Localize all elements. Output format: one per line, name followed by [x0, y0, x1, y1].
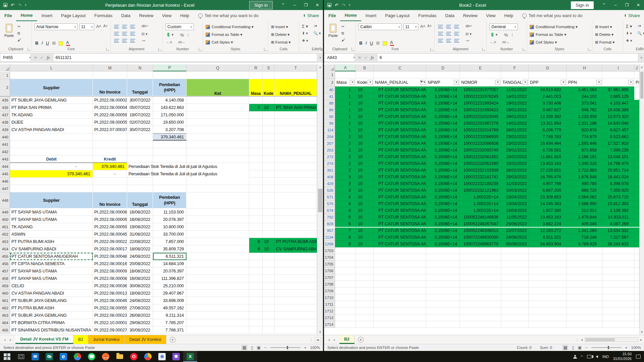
sign-in-button[interactable]: Sign in	[249, 1, 273, 9]
cell[interactable]	[602, 281, 634, 288]
clear-icon[interactable]: ❖ ▾	[302, 39, 308, 43]
cell[interactable]: PT SAYAP MAS UTAMA	[10, 208, 93, 216]
cell[interactable]	[426, 261, 460, 267]
cell[interactable]	[249, 141, 263, 148]
scrollbar-thumb[interactable]	[640, 72, 643, 99]
cell[interactable]	[93, 133, 127, 141]
cell[interactable]	[567, 247, 602, 254]
cell[interactable]: 02/07/2022	[127, 119, 153, 126]
cell[interactable]	[529, 274, 567, 281]
find-select-icon[interactable]: 🔍 ▾	[313, 31, 321, 36]
cell[interactable]: 6.206.779	[529, 127, 567, 133]
cell[interactable]: 2	[335, 147, 356, 154]
cell[interactable]	[249, 178, 263, 185]
row-header-440[interactable]: 440	[0, 133, 10, 141]
cell[interactable]	[263, 312, 275, 319]
cell[interactable]: 100022232086930	[460, 133, 501, 140]
cell[interactable]: 100022232061590	[460, 160, 501, 167]
tab-page-layout[interactable]: Page Layout	[381, 10, 414, 21]
cell[interactable]: PI.2022.08.00002	[93, 97, 127, 104]
cell[interactable]	[634, 86, 639, 93]
cell[interactable]	[356, 281, 374, 288]
filter-header-cell[interactable]: TANGGAL	[501, 78, 529, 86]
zoom-slider[interactable]	[591, 347, 622, 348]
filter-dropdown-icon[interactable]	[454, 80, 459, 85]
cell[interactable]: 16/08/2022	[127, 216, 153, 223]
cell[interactable]	[460, 71, 501, 78]
cell[interactable]	[186, 141, 249, 148]
task-view-icon[interactable]	[14, 351, 28, 362]
cell[interactable]: 1.186.191	[567, 154, 602, 160]
scroll-up-icon[interactable]: ▲	[640, 64, 644, 70]
cell[interactable]: PT SINARMAS DISTRIBUSI NUSANTARA	[10, 326, 93, 334]
cell[interactable]: PT CATUR SENTOSA ANU	[374, 113, 426, 120]
filter-dropdown-icon[interactable]	[350, 80, 355, 85]
row-header-456[interactable]: 456	[0, 260, 10, 267]
cell[interactable]	[501, 321, 529, 328]
row-header-449[interactable]: 449	[0, 208, 10, 216]
cell[interactable]: CV ASTHA PANGAN ABADI	[10, 290, 93, 297]
row-header-443[interactable]: 443	[0, 156, 10, 163]
cell[interactable]	[127, 148, 153, 156]
cell[interactable]: PI.2022.08.00008	[93, 208, 127, 216]
borders-icon[interactable]: ⊞	[52, 41, 56, 46]
column-header-C[interactable]: C	[374, 64, 426, 71]
cell[interactable]: 8	[335, 234, 356, 241]
cell[interactable]	[529, 267, 567, 274]
cell[interactable]: 3.207.708	[153, 126, 186, 133]
cell[interactable]	[263, 141, 275, 148]
percent-style-icon[interactable]: %	[504, 33, 508, 38]
zoom-out-icon[interactable]: −	[264, 346, 267, 350]
cell[interactable]	[127, 72, 153, 79]
cell[interactable]	[263, 267, 275, 275]
cell[interactable]	[263, 97, 275, 104]
cell[interactable]: PT CATUR SENTOSA ANU	[374, 174, 426, 180]
cell[interactable]	[249, 72, 263, 79]
cell[interactable]	[127, 185, 153, 192]
cell[interactable]	[529, 308, 567, 314]
cell[interactable]	[186, 267, 249, 275]
cell[interactable]	[249, 119, 263, 126]
cell[interactable]	[374, 267, 426, 274]
cell[interactable]	[501, 254, 529, 261]
row-header-1704[interactable]: 1704	[324, 254, 335, 261]
tab-insert[interactable]: Insert	[37, 10, 57, 21]
cell[interactable]: 7.786.371	[153, 326, 186, 334]
cell[interactable]: 4.087.269	[602, 221, 634, 227]
cell[interactable]: PI.2022.09.00022	[93, 238, 127, 245]
cell[interactable]: PI.2022.08.00004	[93, 104, 127, 111]
cut-icon[interactable]: ✂	[17, 24, 20, 29]
cell[interactable]: 1	[335, 100, 356, 107]
cell[interactable]	[634, 267, 639, 274]
row-header-457[interactable]: 457	[0, 267, 10, 275]
filter-dropdown-icon[interactable]	[523, 80, 528, 85]
redo-icon[interactable]: ↷	[18, 3, 21, 8]
cell[interactable]: 23/02/2022	[501, 140, 529, 147]
cut-icon[interactable]: ✂	[341, 24, 344, 29]
tab-home[interactable]: Home	[340, 10, 361, 21]
redo-icon[interactable]: ↷	[342, 3, 345, 8]
underline-button[interactable]: U	[46, 41, 49, 46]
cell[interactable]	[634, 321, 639, 328]
cell[interactable]: Masa	[249, 79, 263, 96]
cell[interactable]	[602, 301, 634, 308]
cell[interactable]	[153, 141, 186, 148]
fx-icon[interactable]: fx	[371, 55, 374, 60]
cell[interactable]: 7	[335, 227, 356, 234]
filter-applied-icon[interactable]	[420, 80, 425, 85]
cell[interactable]	[249, 133, 263, 141]
cell[interactable]: 7.857.000	[153, 238, 186, 245]
row-header-2[interactable]: 2	[324, 78, 335, 86]
cell[interactable]: 3.451.063	[567, 86, 602, 93]
row-header-253[interactable]: 253	[324, 147, 335, 154]
cell[interactable]	[186, 104, 249, 111]
cell[interactable]: 100022231993424	[460, 100, 501, 107]
cell[interactable]: PT CATUR SENTOSA ANU	[374, 200, 426, 207]
cell[interactable]	[335, 294, 356, 301]
cell[interactable]: PI.2022.08.00009	[93, 216, 127, 223]
column-header-D[interactable]: D	[426, 64, 460, 71]
cell[interactable]: 15.934.464	[529, 140, 567, 147]
cell[interactable]: 4.907.798	[529, 180, 567, 187]
align-icon[interactable]	[122, 39, 127, 43]
row-header-674[interactable]: 674	[324, 207, 335, 214]
